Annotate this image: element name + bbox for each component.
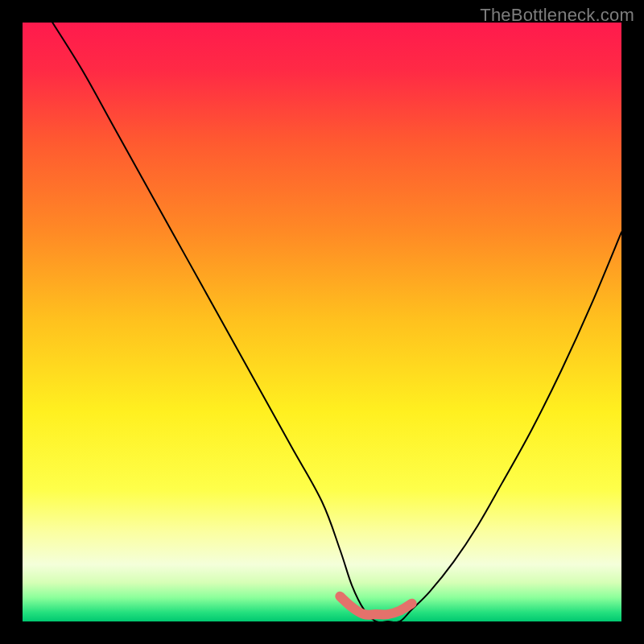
heat-gradient-background: [23, 23, 621, 621]
svg-rect-0: [23, 23, 621, 621]
plot-area: [23, 23, 621, 621]
watermark-label: TheBottleneck.com: [480, 5, 634, 26]
